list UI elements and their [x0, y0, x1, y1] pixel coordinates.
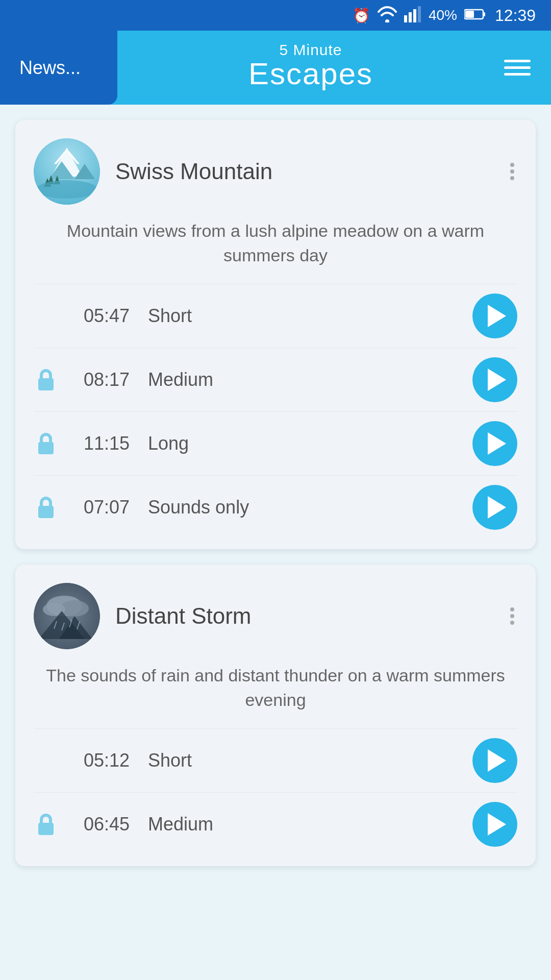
play-button-swiss-sounds[interactable]: [472, 485, 517, 530]
main-content: Swiss Mountain Mountain views from a lus…: [0, 105, 551, 881]
card-description-swiss: Mountain views from a lush alpine meadow…: [34, 219, 517, 267]
header-title: Escapes: [248, 59, 373, 89]
svg-point-18: [36, 180, 97, 199]
play-icon-swiss-short: [488, 305, 506, 327]
track-label-swiss-medium: Medium: [140, 369, 462, 390]
hamburger-line-3: [504, 73, 531, 76]
track-storm-short: 05:12 Short: [34, 728, 517, 792]
track-time-swiss-medium: 08:17: [68, 369, 130, 390]
track-swiss-sounds: 07:07 Sounds only: [34, 475, 517, 539]
play-icon-swiss-medium: [488, 369, 506, 391]
track-time-swiss-sounds: 07:07: [68, 497, 130, 518]
time-display: 12:39: [495, 6, 536, 25]
lock-swiss-sounds: [34, 495, 58, 520]
track-time-swiss-short: 05:47: [68, 305, 130, 327]
dot-2: [510, 169, 514, 174]
track-swiss-short: 05:47 Short: [34, 284, 517, 348]
card-distant-storm: Distant Storm The sounds of rain and dis…: [15, 565, 536, 866]
storm-dot-2: [510, 614, 514, 618]
play-button-storm-short[interactable]: [472, 738, 517, 783]
track-time-swiss-long: 11:15: [68, 433, 130, 454]
play-icon-storm-medium: [488, 813, 506, 836]
card-more-storm[interactable]: [507, 607, 517, 625]
svg-rect-3: [418, 6, 421, 22]
svg-rect-5: [483, 12, 485, 16]
play-button-swiss-long[interactable]: [472, 421, 517, 466]
status-icons: ⏰ 40%: [353, 5, 486, 26]
card-more-swiss[interactable]: [507, 163, 517, 180]
play-button-swiss-medium[interactable]: [472, 357, 517, 402]
track-time-storm-short: 05:12: [68, 750, 130, 771]
lock-swiss-medium: [34, 368, 58, 392]
hamburger-line-2: [504, 66, 531, 69]
lock-swiss-long: [34, 431, 58, 456]
header-subtitle: 5 Minute: [279, 41, 342, 59]
track-swiss-long: 11:15 Long: [34, 411, 517, 475]
svg-rect-0: [404, 15, 407, 22]
card-header-storm: Distant Storm: [34, 583, 517, 649]
track-swiss-medium: 08:17 Medium: [34, 348, 517, 411]
svg-point-23: [34, 583, 100, 649]
svg-rect-1: [409, 12, 412, 22]
dot-1: [510, 163, 514, 167]
track-label-swiss-short: Short: [140, 305, 462, 327]
svg-rect-2: [413, 9, 416, 22]
menu-button[interactable]: [504, 60, 551, 76]
play-button-swiss-short[interactable]: [472, 293, 517, 338]
track-storm-medium: 06:45 Medium: [34, 792, 517, 856]
svg-rect-33: [38, 823, 54, 835]
play-icon-swiss-sounds: [488, 496, 506, 519]
card-title-swiss: Swiss Mountain: [115, 159, 492, 184]
track-label-storm-short: Short: [140, 750, 462, 771]
svg-rect-19: [38, 378, 54, 390]
lock-storm-medium: [34, 812, 58, 837]
avatar-swiss-mountain: [34, 138, 100, 205]
play-icon-swiss-long: [488, 432, 506, 455]
avatar-distant-storm: [34, 583, 100, 649]
storm-dot-1: [510, 607, 514, 611]
track-label-storm-medium: Medium: [140, 814, 462, 835]
hamburger-line-1: [504, 60, 531, 62]
card-header-swiss: Swiss Mountain: [34, 138, 517, 205]
play-button-storm-medium[interactable]: [472, 802, 517, 847]
track-label-swiss-sounds: Sounds only: [140, 497, 462, 518]
no-lock-storm-placeholder: [34, 748, 58, 773]
alarm-icon: ⏰: [353, 7, 370, 24]
wifi-icon: [378, 5, 397, 26]
battery-percent: 40%: [429, 7, 457, 23]
dot-3: [510, 176, 514, 180]
status-bar: ⏰ 40% 12:39: [0, 0, 551, 31]
no-lock-placeholder: [34, 304, 58, 328]
card-description-storm: The sounds of rain and distant thunder o…: [34, 664, 517, 712]
svg-rect-6: [465, 11, 474, 18]
news-tab-label: News...: [19, 57, 81, 79]
signal-icon: [404, 5, 421, 26]
track-label-swiss-long: Long: [140, 433, 462, 454]
header-title-area: 5 Minute Escapes: [117, 41, 504, 94]
news-tab[interactable]: News...: [0, 31, 117, 105]
app-header: News... 5 Minute Escapes: [0, 31, 551, 105]
svg-rect-21: [38, 506, 54, 518]
card-swiss-mountain: Swiss Mountain Mountain views from a lus…: [15, 120, 536, 549]
battery-icon: [464, 7, 486, 23]
storm-dot-3: [510, 621, 514, 625]
play-icon-storm-short: [488, 749, 506, 772]
track-time-storm-medium: 06:45: [68, 814, 130, 835]
card-title-storm: Distant Storm: [115, 603, 492, 629]
svg-rect-20: [38, 442, 54, 454]
